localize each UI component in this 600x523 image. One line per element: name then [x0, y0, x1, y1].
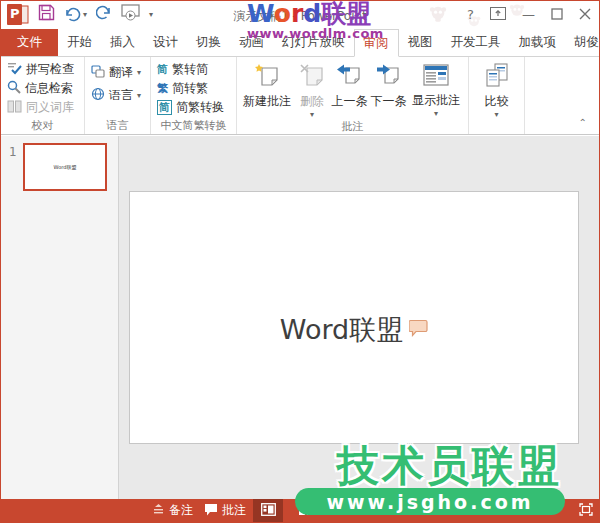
slide-sorter-icon	[299, 503, 313, 518]
tab-view[interactable]: 视图	[399, 29, 442, 56]
quick-access-toolbar: P ▾ ▾	[7, 4, 153, 25]
simplified-to-traditional-button[interactable]: 繁 简转繁	[154, 79, 233, 98]
slide-thumbnails-panel: 1 Word联盟	[1, 136, 119, 499]
help-button[interactable]: ?	[467, 6, 474, 24]
workspace: 1 Word联盟 Word联盟	[1, 136, 599, 499]
previous-comment-button[interactable]: 上一条	[330, 59, 369, 119]
translate-dropdown-arrow-icon: ▾	[137, 68, 141, 77]
slide-number: 1	[9, 145, 17, 159]
save-button[interactable]	[38, 4, 55, 25]
group-label-language: 语言	[88, 118, 147, 134]
slide-sorter-view-button[interactable]	[291, 499, 321, 522]
tab-design[interactable]: 设计	[144, 29, 187, 56]
powerpoint-app-icon[interactable]: P	[7, 4, 29, 25]
reading-view-button[interactable]	[329, 499, 359, 522]
new-comment-button[interactable]: 新建批注	[240, 59, 294, 119]
collapse-ribbon-button[interactable]: ⌃	[579, 117, 587, 128]
notes-toggle-button[interactable]: 备注	[147, 499, 198, 522]
language-button[interactable]: 语言 ▾	[88, 86, 147, 105]
redo-button[interactable]	[96, 5, 112, 24]
thesaurus-button: 同义词库	[4, 98, 81, 117]
title-bar: P ▾ ▾ 演示文稿1 - PowerPoint ? —	[1, 1, 599, 29]
spell-check-button[interactable]: 拼写检查	[4, 60, 81, 79]
fit-slide-to-window-button[interactable]	[573, 499, 599, 522]
compare-button[interactable]: 比较 ▾	[473, 59, 521, 119]
show-comments-icon	[423, 63, 449, 90]
slide-thumbnail-1[interactable]: Word联盟	[23, 143, 107, 191]
group-label-comments: 批注	[240, 119, 465, 134]
traditional-to-simplified-icon: 简	[157, 63, 168, 76]
group-label-proofing: 校对	[4, 118, 81, 134]
comments-toggle-button[interactable]: 批注	[199, 499, 251, 522]
ribbon-filler: ⌃	[525, 57, 599, 134]
compare-dropdown-arrow-icon: ▾	[494, 110, 498, 119]
tab-insert[interactable]: 插入	[101, 29, 144, 56]
tab-developer[interactable]: 开发工具	[442, 29, 510, 56]
notes-icon	[152, 503, 165, 518]
maximize-button[interactable]	[551, 5, 563, 24]
user-account-menu[interactable]: 胡俊▾	[565, 29, 600, 56]
fit-to-window-icon	[579, 503, 593, 519]
group-chinese-conversion: 简 繁转简 繁 简转繁 简 简繁转换 中文简繁转换	[151, 57, 237, 134]
reading-view-icon	[336, 503, 352, 518]
slide-title-line: Word联盟	[130, 312, 578, 348]
status-bar: 备注 批注	[1, 499, 599, 522]
slide-title-text[interactable]: Word联盟	[280, 312, 403, 348]
next-comment-button[interactable]: 下一条	[369, 59, 408, 119]
spell-check-icon	[7, 61, 22, 78]
close-button[interactable]	[579, 5, 591, 24]
translate-button[interactable]: 翻译 ▾	[88, 63, 147, 82]
delete-comment-button: 删除 ▾	[294, 59, 330, 119]
new-comment-icon	[254, 63, 281, 91]
customize-qat-dropdown-icon[interactable]: ▾	[149, 10, 153, 19]
tab-slideshow[interactable]: 幻灯片放映	[273, 29, 354, 56]
thesaurus-book-icon	[7, 100, 22, 116]
research-magnifier-icon	[7, 80, 21, 97]
group-language: 翻译 ▾ 语言 ▾ 语言	[85, 57, 151, 134]
group-proofing: 拼写检查 信息检索 同义词库 校对	[1, 57, 85, 134]
undo-button[interactable]: ▾	[64, 7, 87, 22]
group-compare: 比较 ▾	[469, 57, 525, 134]
ribbon-tabs: 文件 开始 插入 设计 切换 动画 幻灯片放映 审阅 视图 开发工具 加载项 胡…	[1, 29, 599, 57]
translate-icon	[91, 65, 105, 81]
tab-animations[interactable]: 动画	[230, 29, 273, 56]
research-button[interactable]: 信息检索	[4, 79, 81, 98]
compare-icon	[484, 63, 510, 91]
group-label-chinese-conversion: 中文简繁转换	[154, 118, 233, 134]
normal-view-icon	[261, 503, 276, 519]
powerpoint-window: P ▾ ▾ 演示文稿1 - PowerPoint ? —	[0, 0, 600, 523]
delete-dropdown-arrow-icon: ▾	[310, 110, 314, 119]
tab-review[interactable]: 审阅	[354, 29, 399, 57]
comment-marker-icon[interactable]	[409, 319, 428, 341]
show-comments-button[interactable]: 显示批注 ▾	[408, 59, 464, 119]
tab-transitions[interactable]: 切换	[187, 29, 230, 56]
show-comments-dropdown-arrow-icon: ▾	[434, 109, 438, 118]
normal-view-button[interactable]	[253, 499, 283, 522]
previous-comment-icon	[336, 63, 363, 91]
minimize-button[interactable]: —	[522, 6, 535, 24]
delete-comment-icon	[299, 63, 326, 91]
convert-chinese-icon: 简	[157, 100, 172, 115]
traditional-to-simplified-button[interactable]: 简 繁转简	[154, 60, 233, 79]
convert-chinese-button[interactable]: 简 简繁转换	[154, 98, 233, 117]
start-slideshow-button[interactable]	[121, 4, 140, 25]
group-label-compare	[472, 119, 521, 134]
language-globe-icon	[91, 87, 105, 104]
thumbnail-title-text: Word联盟	[54, 164, 77, 170]
group-comments: 新建批注 删除 ▾ 上一条 下一条 显示批注 ▾	[237, 57, 469, 134]
comments-bubble-icon	[204, 503, 218, 519]
tab-addins[interactable]: 加载项	[510, 29, 566, 56]
ribbon-review-tab-content: 拼写检查 信息检索 同义词库 校对 翻译 ▾	[1, 57, 599, 135]
undo-dropdown-arrow-icon[interactable]: ▾	[83, 10, 87, 19]
tab-file[interactable]: 文件	[1, 29, 58, 56]
tab-home[interactable]: 开始	[58, 29, 101, 56]
ribbon-display-options-button[interactable]	[490, 5, 506, 24]
slide-canvas[interactable]: Word联盟	[129, 191, 579, 444]
language-dropdown-arrow-icon: ▾	[137, 91, 141, 100]
simplified-to-traditional-icon: 繁	[157, 82, 168, 95]
next-comment-icon	[375, 63, 402, 91]
user-name: 胡俊	[574, 34, 599, 51]
window-controls: ? —	[467, 5, 591, 24]
